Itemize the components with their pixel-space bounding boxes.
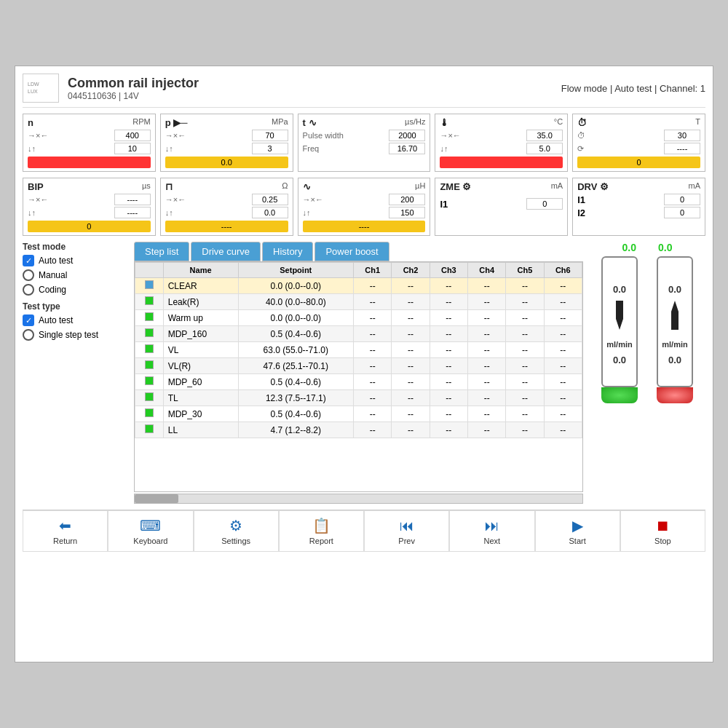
- center-panel: Step list Drive curve History Power boos…: [134, 242, 583, 504]
- prev-label: Prev: [398, 537, 415, 545]
- cylinders-panel: 0.0 0.0 0.0: [589, 242, 705, 504]
- row-name: CLEAR: [163, 278, 238, 294]
- zme-box: ZME ⚙mA I10: [435, 178, 568, 236]
- row-ch3: --: [430, 422, 467, 438]
- row-ch6: --: [544, 374, 582, 390]
- table-row[interactable]: MDP_160 0.5 (0.4--0.6) -- -- -- -- -- --: [135, 326, 582, 342]
- coding-radio[interactable]: [23, 284, 34, 296]
- table-row[interactable]: CLEAR 0.0 (0.0--0.0) -- -- -- -- -- --: [135, 278, 582, 294]
- param-timer: ⏱T ⏱30 ⟳---- 0: [572, 114, 705, 172]
- row-ch4: --: [468, 374, 506, 390]
- test-type-auto[interactable]: ✓ Auto test: [23, 314, 128, 326]
- row-ch2: --: [392, 326, 430, 342]
- test-type-auto-checkbox[interactable]: ✓: [23, 314, 34, 326]
- keyboard-button[interactable]: ⌨ Keyboard: [108, 510, 193, 552]
- row-ch1: --: [354, 310, 392, 326]
- return-button[interactable]: ⬅ Return: [23, 510, 108, 552]
- test-mode-manual[interactable]: Manual: [23, 269, 128, 281]
- row-ch5: --: [506, 326, 544, 342]
- col-ch3: Ch3: [430, 263, 467, 278]
- cyl-top-values: 0.0 0.0: [622, 242, 673, 253]
- manual-radio[interactable]: [23, 269, 34, 281]
- row-ch3: --: [430, 358, 467, 374]
- row-setpoint: 0.5 (0.4--0.6): [238, 326, 354, 342]
- keyboard-label: Keyboard: [133, 537, 167, 545]
- cylinders-row: 0.0 ml/min 0.0: [598, 256, 697, 403]
- test-type-single[interactable]: Single step test: [23, 329, 128, 341]
- row-indicator-cell: [135, 326, 164, 342]
- col-indicator: [135, 263, 164, 278]
- test-mode-coding[interactable]: Coding: [23, 284, 128, 296]
- keyboard-icon: ⌨: [140, 517, 161, 534]
- table-row[interactable]: LL 4.7 (1.2--8.2) -- -- -- -- -- --: [135, 422, 582, 438]
- bip-box: BIPµs →×←---- ↓↑---- 0: [23, 178, 156, 236]
- cyl1-reading-bottom: 0.0: [613, 355, 626, 365]
- row-setpoint: 0.0 (0.0--0.0): [238, 278, 354, 294]
- row-name: VL(R): [163, 358, 238, 374]
- horizontal-scrollbar[interactable]: [134, 494, 583, 504]
- test-mode-label: Test mode: [23, 242, 128, 252]
- svg-rect-5: [671, 312, 678, 330]
- content-area: Test mode ✓ Auto test Manual Coding Test…: [23, 242, 705, 504]
- row-ch3: --: [430, 294, 467, 310]
- svg-text:LUX: LUX: [28, 89, 38, 94]
- row-ch2: --: [392, 374, 430, 390]
- test-type-section: Test type ✓ Auto test Single step test: [23, 301, 128, 341]
- ind-box: ∿µH →×←200 ↓↑150 ----: [298, 178, 431, 236]
- settings-button[interactable]: ⚙ Settings: [194, 510, 279, 552]
- svg-rect-2: [616, 301, 623, 319]
- row-ch6: --: [544, 406, 582, 422]
- cyl2-reading-bottom: 0.0: [668, 355, 681, 365]
- header-right: Flow mode | Auto test | Channel: 1: [561, 83, 705, 94]
- prev-icon: ⏮: [400, 518, 414, 534]
- tab-drive-curve[interactable]: Drive curve: [191, 242, 261, 261]
- row-ch6: --: [544, 310, 582, 326]
- row-ch5: --: [506, 294, 544, 310]
- cyl1-top-val: 0.0: [622, 242, 636, 253]
- row-ch3: --: [430, 406, 467, 422]
- stop-label: Stop: [654, 537, 671, 545]
- table-row[interactable]: Leak(R) 40.0 (0.0--80.0) -- -- -- -- -- …: [135, 294, 582, 310]
- next-icon: ⏭: [485, 518, 499, 534]
- table-row[interactable]: Warm up 0.0 (0.0--0.0) -- -- -- -- -- --: [135, 310, 582, 326]
- toolbar: ⬅ Return ⌨ Keyboard ⚙ Settings 📋 Report …: [23, 510, 705, 552]
- n-bar: [28, 157, 151, 168]
- tabs: Step list Drive curve History Power boos…: [134, 242, 583, 261]
- row-ch6: --: [544, 422, 582, 438]
- row-indicator-cell: [135, 278, 164, 294]
- row-ch5: --: [506, 358, 544, 374]
- svg-marker-6: [671, 301, 678, 312]
- return-label: Return: [53, 537, 77, 545]
- row-name: TL: [163, 390, 238, 406]
- row-ch1: --: [354, 278, 392, 294]
- scrollbar-thumb[interactable]: [135, 494, 178, 503]
- row-ch2: --: [392, 406, 430, 422]
- report-label: Report: [309, 537, 333, 545]
- tab-step-list[interactable]: Step list: [134, 242, 189, 261]
- row-ch1: --: [354, 422, 392, 438]
- cyl1-reading-top: 0.0: [613, 284, 626, 295]
- table-row[interactable]: MDP_60 0.5 (0.4--0.6) -- -- -- -- -- --: [135, 374, 582, 390]
- stop-button[interactable]: ⏹ Stop: [620, 510, 705, 552]
- table-row[interactable]: MDP_30 0.5 (0.4--0.6) -- -- -- -- -- --: [135, 406, 582, 422]
- auto-test-checkbox[interactable]: ✓: [23, 255, 34, 266]
- row-ch2: --: [392, 342, 430, 358]
- next-button[interactable]: ⏭ Next: [449, 510, 534, 552]
- cyl2-tube: 0.0 ml/min 0.0: [657, 256, 693, 387]
- report-button[interactable]: 📋 Report: [279, 510, 364, 552]
- table-row[interactable]: TL 12.3 (7.5--17.1) -- -- -- -- -- --: [135, 390, 582, 406]
- row-name: MDP_60: [163, 374, 238, 390]
- test-mode-auto[interactable]: ✓ Auto test: [23, 255, 128, 266]
- step-list-table-wrapper[interactable]: Name Setpoint Ch1 Ch2 Ch3 Ch4 Ch5 Ch6 CL…: [134, 261, 583, 492]
- single-step-radio[interactable]: [23, 329, 34, 341]
- tab-power-boost[interactable]: Power boost: [314, 242, 389, 261]
- tab-history[interactable]: History: [262, 242, 313, 261]
- start-button[interactable]: ▶ Start: [535, 510, 620, 552]
- table-row[interactable]: VL(R) 47.6 (25.1--70.1) -- -- -- -- -- -…: [135, 358, 582, 374]
- row-ch2: --: [392, 278, 430, 294]
- settings-label: Settings: [221, 537, 250, 545]
- table-row[interactable]: VL 63.0 (55.0--71.0) -- -- -- -- -- --: [135, 342, 582, 358]
- col-ch5: Ch5: [506, 263, 544, 278]
- res-bar: ----: [165, 221, 288, 232]
- prev-button[interactable]: ⏮ Prev: [364, 510, 449, 552]
